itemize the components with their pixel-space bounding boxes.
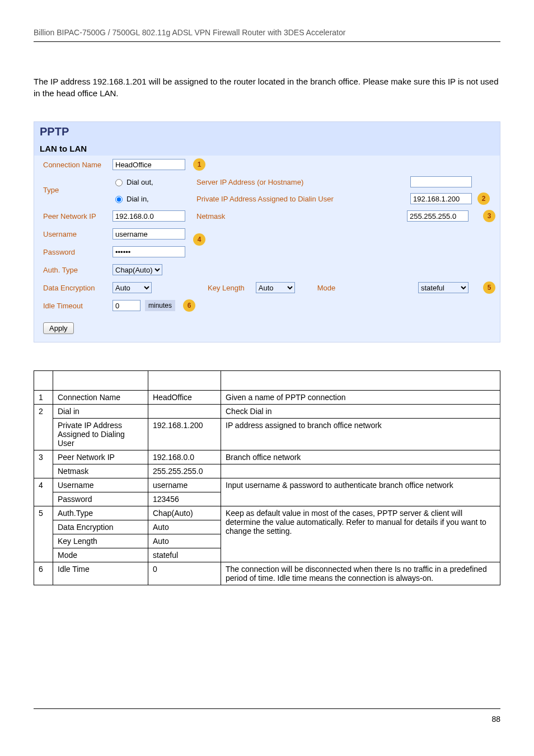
table-row: 1 Connection Name HeadOffice Given a nam… [34,391,500,405]
netmask-input[interactable] [407,210,469,222]
cell-val: Auto [148,520,221,534]
table-row: 6 Idle Time 0 The connection will be dis… [34,562,500,585]
cell-val: Auto [148,534,221,548]
panel-title: PPTP [34,122,500,142]
label-connection-name: Connection Name [34,157,113,172]
label-netmask: Netmask [196,212,225,220]
pptp-panel: PPTP LAN to LAN Connection Name 1 Type D… [34,121,500,342]
cell-item: Password [53,492,148,506]
cell-val [148,405,221,419]
label-data-encryption: Data Encryption [34,280,113,295]
dial-out-radio[interactable] [115,179,123,186]
connection-name-input[interactable] [113,159,185,170]
doc-header: Billion BIPAC-7500G / 7500GL 802.11g ADS… [34,28,500,37]
cell-val: username [148,478,221,492]
cell-desc: Given a name of PPTP connection [221,391,500,405]
peer-network-input[interactable] [113,210,185,222]
table-row: 4 Username username Input username & pas… [34,478,500,492]
callout-5: 5 [483,281,495,294]
cell-val: HeadOffice [148,391,221,405]
table-row: Netmask 255.255.255.0 [34,464,500,478]
cell-item: Idle Time [53,562,148,585]
apply-button[interactable]: Apply [43,322,74,334]
mode-select[interactable]: stateful [418,282,469,293]
label-server-ip: Server IP Address (or Hostname) [196,178,303,186]
label-private-ip: Private IP Address Assigned to Dialin Us… [196,195,334,203]
cell-desc: Input username & password to authenticat… [221,478,500,506]
callout-2: 2 [477,192,490,205]
label-username: Username [34,227,113,242]
data-encryption-select[interactable]: Auto [113,282,152,293]
cell-val: 0 [148,562,221,585]
intro-paragraph: The IP address 192.168.1.201 will be ass… [34,76,500,99]
cell-item: Peer Network IP [53,450,148,464]
label-idle-timeout: Idle Timeout [34,298,113,313]
cell-idx: 6 [34,562,53,585]
dial-in-radio[interactable] [115,196,123,203]
cell-item: Dial in [53,405,148,419]
private-ip-input[interactable] [410,193,472,204]
cell-idx: 4 [34,478,53,506]
label-auth-type: Auth. Type [34,262,113,278]
table-row: 5 Auth.Type Chap(Auto) Keep as default v… [34,506,500,520]
header-rule [34,41,500,42]
cell-val: 123456 [148,492,221,506]
callout-1: 1 [193,158,205,171]
cell-desc [221,464,500,478]
cell-desc: IP address assigned to branch office net… [221,419,500,450]
footer-rule [34,708,500,709]
page-number: 88 [34,713,500,724]
callout-4: 4 [193,233,205,246]
label-password: Password [34,245,113,260]
settings-table: 1 Connection Name HeadOffice Given a nam… [34,370,500,585]
callout-6: 6 [183,299,195,312]
password-input[interactable] [113,246,185,257]
cell-item: Private IP Address Assigned to Dialing U… [53,419,148,450]
cell-val: Chap(Auto) [148,506,221,520]
cell-desc: Keep as default value in most of the cas… [221,506,500,562]
cell-item: Netmask [53,464,148,478]
label-mode: Mode [317,284,336,292]
cell-idx: 2 [34,405,53,450]
table-row: 3 Peer Network IP 192.168.0.0 Branch off… [34,450,500,464]
idle-timeout-input[interactable] [113,300,140,311]
cell-val: 255.255.255.0 [148,464,221,478]
cell-desc: Check Dial in [221,405,500,419]
panel-subtitle: LAN to LAN [34,142,500,156]
cell-item: Username [53,478,148,492]
cell-item: Data Encryption [53,520,148,534]
cell-val: 192.168.0.0 [148,450,221,464]
label-key-length: Key Length [208,284,245,292]
cell-idx: 1 [34,391,53,405]
cell-val: 192.168.1.200 [148,419,221,450]
username-input[interactable] [113,228,185,240]
callout-3: 3 [483,210,495,222]
table-row: 2 Dial in Check Dial in [34,405,500,419]
dial-in-label: Dial in, [127,195,149,203]
label-type: Type [34,173,113,198]
cell-item: Connection Name [53,391,148,405]
cell-item: Auth.Type [53,506,148,520]
auth-type-select[interactable]: Chap(Auto) [113,264,162,275]
key-length-select[interactable]: Auto [256,282,295,293]
cell-item: Mode [53,548,148,562]
cell-idx: 5 [34,506,53,562]
cell-val: stateful [148,548,221,562]
cell-idx: 3 [34,450,53,478]
cell-item: Key Length [53,534,148,548]
minutes-label: minutes [145,300,175,311]
cell-desc: Branch office network [221,450,500,464]
server-ip-input[interactable] [410,176,472,187]
dial-out-label: Dial out, [127,178,153,186]
cell-desc: The connection will be disconnected when… [221,562,500,585]
label-peer-network: Peer Network IP [34,209,113,224]
table-row: Private IP Address Assigned to Dialing U… [34,419,500,450]
